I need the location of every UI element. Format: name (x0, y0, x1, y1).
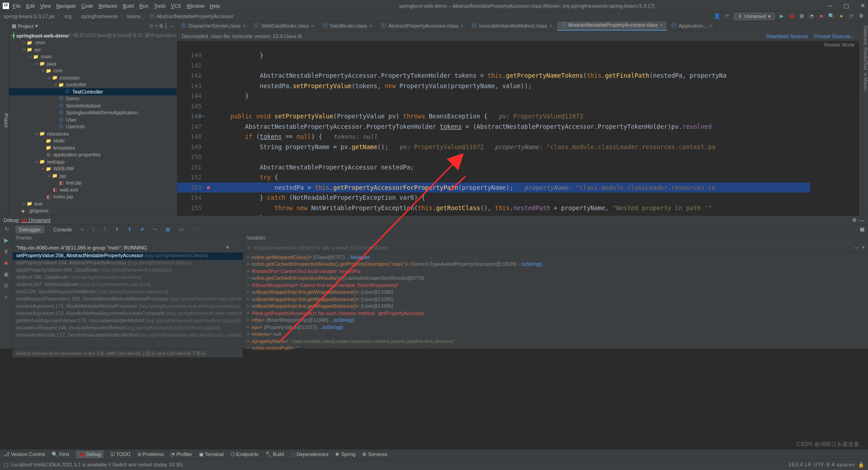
stack-frame[interactable]: setPropertyValues:104, AbstractPropertyA… (13, 260, 243, 267)
coverage-icon[interactable]: ⊞ (798, 13, 805, 19)
variable-row[interactable]: > oo this.getCachedIntrospectionResults(… (243, 275, 868, 282)
variable-row[interactable]: > oo BeanWrapperImpl.this.getWrappedInst… (243, 289, 868, 296)
menu-edit[interactable]: Edit (26, 3, 35, 9)
tree-node[interactable]: v📁webapp (9, 158, 177, 165)
tree-node[interactable]: ⒸTestController (9, 88, 177, 95)
back-icon[interactable]: ↶ (724, 13, 730, 19)
tree-node[interactable]: ⒸServletInitializer (9, 102, 177, 109)
crumb[interactable]: springframework (81, 14, 118, 19)
editor-tab[interactable]: ⓒDataBinder.class× (319, 21, 377, 31)
editor-tab[interactable]: ⓒApplication...× (667, 21, 717, 31)
tree-node[interactable]: >📁test (9, 200, 177, 207)
menu-code[interactable]: Code (81, 3, 93, 9)
crumb[interactable]: org (64, 14, 71, 19)
tree-node[interactable]: v📁moonsec (9, 74, 177, 81)
tool-version-control[interactable]: ⎇ Version Control (4, 451, 45, 457)
tree-node[interactable]: v📁src (9, 46, 177, 53)
lock-icon[interactable]: 🔒 (858, 462, 864, 468)
tree-root[interactable]: v▪springboot-web-demo F:\暗月\2021\java安全\… (9, 32, 177, 39)
variable-row[interactable]: > ⊘ nestedPa = Cannot find local variabl… (243, 268, 868, 275)
menu-navigate[interactable]: Navigate (56, 3, 75, 9)
run-config-combo[interactable]: ⬇Unnamed▾ (734, 13, 775, 20)
tree-node[interactable]: v📁resources (9, 130, 177, 137)
tool-terminal[interactable]: ▣ Terminal (199, 451, 223, 457)
debug-side-toolbar[interactable]: ▶⏸■◉⊘» (0, 235, 13, 348)
variable-row[interactable]: > oo BeanWrapperImpl.this.getWrappedInst… (243, 303, 868, 310)
variable-row[interactable]: > oo BeanWrapperImpl.this.getWrappedInst… (243, 296, 868, 303)
tree-node[interactable]: v📁java (9, 60, 177, 67)
tree-node[interactable]: ◧test.jsp (9, 179, 177, 187)
tool-profiler[interactable]: ◔ Profiler (170, 451, 192, 457)
editor-tab[interactable]: ⓒAbstractPropertyAccessor.class× (377, 21, 468, 31)
tool-todo[interactable]: ☑ TODO (110, 451, 130, 457)
debugger-tab[interactable]: Debugger (15, 226, 44, 234)
tree-node[interactable]: ⒸDemo (9, 95, 177, 103)
thread-selector[interactable]: "http-nio-8080-exec-4"@11,055 in group "… (13, 243, 243, 253)
tree-node[interactable]: ⒸUser (9, 116, 177, 123)
menu-window[interactable]: Window (187, 3, 204, 9)
search-icon[interactable]: 🔍 (828, 13, 835, 19)
evaluate-input[interactable]: +Evaluate expression (Enter) or add a wa… (243, 243, 868, 253)
rerun-icon[interactable]: ↻ (4, 226, 10, 233)
tree-node[interactable]: ⒸUserInfo (9, 123, 177, 131)
tool-debug[interactable]: 🐞 Debug (76, 451, 104, 458)
stack-frame[interactable]: resolveArgument:171, ModelAttributeMetho… (13, 303, 243, 310)
variable-row[interactable]: > oo this.getCachedIntrospectionResults(… (243, 261, 868, 268)
variable-row[interactable]: > ≡ tokens = null (243, 331, 868, 338)
user-icon[interactable]: 👤 (714, 13, 720, 19)
tool-services[interactable]: ⚙ Services (362, 451, 387, 457)
stack-frame[interactable]: getMethodArgumentValues:179, InvocableHa… (13, 318, 243, 325)
gear-icon[interactable]: ⚙ (852, 217, 857, 223)
editor-tabs[interactable]: ⓒDispatcherServlet.class×ⓒWebDataBinder.… (177, 21, 859, 31)
tree-node[interactable]: v📁com (9, 67, 177, 75)
variable-row[interactable]: > oo this.getWrappedClass() = {Class@975… (243, 254, 868, 261)
variable-row[interactable]: > ≡ this = {BeanWrapperImpl@11068} ... t… (243, 317, 868, 324)
updates-icon[interactable]: ⟳ (848, 13, 854, 19)
menu-build[interactable]: Build (123, 3, 134, 9)
stack-frame[interactable]: bindRequestParameters:158, ServletModelA… (13, 296, 243, 303)
settings-icon[interactable]: ⚙ (858, 13, 864, 19)
debug-icon[interactable]: 🐞 (788, 13, 795, 19)
crumb[interactable]: ⓒ AbstractNestablePropertyAccessor (150, 14, 234, 19)
avatar-icon[interactable]: ● (838, 13, 844, 19)
stack-frame[interactable]: setPropertyValue:256, AbstractNestablePr… (13, 253, 243, 260)
console-tab[interactable]: Console (50, 226, 75, 234)
tree-node[interactable]: v📁jsp (9, 172, 177, 179)
tree-node[interactable]: ◆.gitignore (9, 207, 177, 215)
stack-frame[interactable]: invokeAndHandle:117, ServletInvocableHan… (13, 332, 243, 339)
tree-node[interactable]: ◧web.xml (9, 186, 177, 193)
choose-sources-link[interactable]: Choose Sources... (814, 33, 855, 39)
stack-frame[interactable]: invokeForRequest:146, InvocableHandlerMe… (13, 325, 243, 332)
tree-node[interactable]: >📁.mvn (9, 39, 177, 47)
download-sources-link[interactable]: Download Sources (766, 33, 808, 39)
hide-icon[interactable]: — (859, 217, 864, 223)
menu-file[interactable]: File (13, 3, 21, 9)
right-tool-tabs[interactable]: Database RestfulTool m Maven (859, 21, 868, 216)
tool-endpoints[interactable]: ⬡ Endpoints (231, 451, 259, 457)
layout-icon[interactable]: ▦ (860, 226, 864, 232)
variable-row[interactable]: > ⊘ this.getPropertyAccessor() = No such… (243, 310, 868, 317)
crumb[interactable]: spring-beans-5.3.17.jar (4, 14, 55, 19)
tree-node[interactable]: v📁controller (9, 81, 177, 89)
menu-tools[interactable]: Tools (154, 3, 165, 9)
tree-node[interactable]: ⚙application.properties (9, 151, 177, 159)
project-tree[interactable]: ▦Project▾ ⊙ ≡ ✿ ┇ — v▪springboot-web-dem… (9, 21, 177, 216)
crumb[interactable]: beans (127, 14, 141, 19)
tool-spring[interactable]: ❖ Spring (335, 451, 355, 457)
run-icon[interactable]: ▶ (778, 13, 785, 19)
tool-dependencies[interactable]: ⬚ Dependencies (291, 451, 328, 457)
stack-frame[interactable]: doBind:780, DataBinder (org.springframew… (13, 274, 243, 282)
menu-help[interactable]: Help (210, 3, 220, 9)
editor-tab[interactable]: ⓒAbstractNestablePropertyAccessor.class× (557, 21, 668, 31)
breadcrumbs[interactable]: spring-beans-5.3.17.jar〉org〉springframew… (4, 13, 234, 20)
tree-node[interactable]: ◧index.jsp (9, 193, 177, 201)
tree-node[interactable]: ⒸSpringbootWebDemoApplication (9, 109, 177, 117)
tree-node[interactable]: 📁static (9, 137, 177, 145)
variable-row[interactable]: > ≡ pv = {PropertyValue@11072} ... toStr… (243, 324, 868, 331)
tool-problems[interactable]: ⊘ Problems (137, 451, 164, 457)
tree-node[interactable]: v📁main (9, 53, 177, 61)
main-menu[interactable]: FileEditViewNavigateCodeRefactorBuildRun… (13, 3, 225, 9)
debug-config-tab[interactable]: 🐞 Unnamed (21, 217, 51, 223)
step-icons[interactable]: ≡ ⤵ ⤴ ⬇ ⬆ ⬈ ⤳ ▦ ▭ ⋮ (81, 226, 201, 232)
variable-row[interactable]: > ≡ propertyName = "class.module.classLo… (243, 338, 868, 345)
